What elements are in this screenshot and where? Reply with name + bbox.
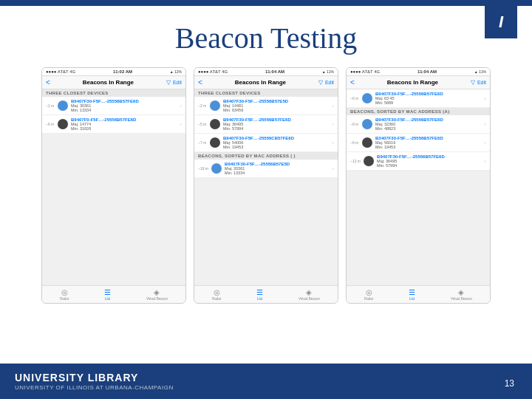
tab-list[interactable]: ☰ List	[409, 288, 415, 301]
tab-label: List	[257, 297, 262, 301]
phones-container: ●●●● AT&T 4G 11:02 AM ▲ 12% < Beacons In…	[0, 67, 532, 304]
university-name: UNIVERSITY LIBRARY	[15, 372, 532, 383]
tab-icon: ☰	[256, 288, 263, 296]
university-subtitle: UNIVERSITY OF ILLINOIS AT URBANA-CHAMPAI…	[15, 384, 532, 391]
tab-icon: ◎	[214, 288, 220, 296]
device-row[interactable]: ~8 m B9407F30-F5F…-25556B57FE6D Maj: 323…	[347, 115, 490, 134]
tab-virtual-beacon[interactable]: ◈ Virtual Beacon	[451, 288, 472, 301]
filter-icon[interactable]: ▽	[471, 79, 475, 86]
back-button[interactable]: <	[198, 78, 202, 86]
device-info: B9407F30-F5F…-25556B57FE6D Maj: 36495Min…	[377, 154, 481, 168]
section-header-1: BEACONS, SORTED BY MAC ADDRESS ( )	[194, 152, 338, 160]
section-header-1: BEACONS, SORTED BY MAC ADDRESS (A)	[347, 108, 490, 115]
device-row[interactable]: ~1 m B9407F30-F5F…-25556B57FE6D Maj: 303…	[42, 97, 185, 115]
back-button[interactable]: <	[350, 78, 355, 86]
filter-icon[interactable]: ▽	[166, 79, 171, 86]
device-icon	[210, 137, 220, 148]
battery-indicator: ▲ 11%	[322, 69, 334, 74]
device-info: B9407F30-F5F…-25556B57E5D Maj: 14481Min:…	[223, 99, 329, 112]
chevron-right-icon: ›	[484, 95, 486, 102]
tab-radar[interactable]: ◎ Radar	[60, 288, 69, 301]
device-distance: ~5 m	[198, 122, 207, 126]
device-icon	[362, 119, 372, 129]
device-details: Maj: 14774Min: 31826	[71, 122, 177, 131]
device-details: Maj: 14481Min: 63459	[223, 103, 329, 112]
device-distance: ~6 m	[350, 140, 359, 145]
device-distance: ~8 m	[350, 122, 359, 126]
device-info: B9407F30-F5F…-25556B57E5D Maj: 20361Min:…	[225, 162, 329, 175]
device-row[interactable]: ~6 m B3407F30-F5F…-25556B57FE6D Maj: 560…	[347, 134, 490, 152]
phone-tab-bar: ◎ Radar ☰ List ◈ Virtual Beacon	[42, 285, 185, 303]
device-row[interactable]: ~19 m B9407F30-F5F…-25556B57E5D Maj: 203…	[194, 160, 338, 178]
device-icon	[58, 119, 68, 129]
device-info: B9407F30-F5F…-25556B57FE6D Maj: 32360Min…	[375, 117, 481, 131]
phone-tab-bar: ◎ Radar ☰ List ◈ Virtual Beacon	[194, 285, 338, 303]
tab-radar[interactable]: ◎ Radar	[212, 288, 221, 301]
device-row[interactable]: ~5 m B9407F30-F5F…-25556B57FE6D Maj: 364…	[194, 115, 338, 134]
device-details: Maj: 54006Min: 19453	[223, 140, 329, 149]
device-details: Maj: 30361Min: 13334	[71, 103, 177, 112]
back-button[interactable]: <	[46, 78, 50, 86]
time-display: 11:02 AM	[113, 69, 132, 74]
tab-label: List	[105, 297, 110, 301]
device-distance: ~7 m	[198, 140, 207, 145]
edit-button[interactable]: Edit	[325, 80, 334, 85]
phone-nav-bar: < Beacons In Range ▽ Edit	[347, 76, 490, 89]
tab-label: Radar	[212, 297, 221, 301]
device-info: B9407F30-F5F…-25556B57FE6D Maj: 30361Min…	[71, 99, 177, 112]
spacer	[42, 134, 185, 285]
tab-list[interactable]: ☰ List	[104, 288, 111, 301]
nav-actions: ▽ Edit	[318, 79, 334, 86]
header-bar	[0, 0, 532, 6]
device-distance: ~6 m	[46, 122, 55, 126]
tab-virtual-beacon[interactable]: ◈ Virtual Beacon	[146, 288, 168, 301]
tab-virtual-beacon[interactable]: ◈ Virtual Beacon	[299, 288, 320, 301]
filter-icon[interactable]: ▽	[318, 79, 323, 86]
edit-button[interactable]: Edit	[477, 80, 486, 85]
tab-label: Virtual Beacon	[146, 297, 168, 301]
battery-indicator: ▲ 12%	[170, 69, 182, 74]
phone-tab-bar: ◎ Radar ☰ List ◈ Virtual Beacon	[347, 285, 490, 303]
time-display: 11:04 AM	[417, 69, 437, 74]
chevron-right-icon: ›	[332, 103, 334, 109]
device-info: B9407F30-F5F…-25559CB57FE6D Maj: 54006Mi…	[223, 136, 329, 149]
tab-icon: ◈	[306, 288, 312, 296]
nav-title: Beacons In Range	[235, 79, 286, 86]
device-icon	[364, 156, 374, 166]
nav-title: Beacons In Range	[83, 79, 134, 86]
spacer	[194, 178, 338, 285]
device-row[interactable]: ~7 m B9407F30-F5F…-25559CB57FE6D Maj: 54…	[194, 134, 338, 152]
device-row[interactable]: ~6 m B9407F30-F5F…-25556B57FE6D Maj: 63 …	[347, 89, 490, 108]
page-number: 13	[505, 378, 514, 389]
battery-indicator: ▲ 11%	[474, 69, 486, 74]
section-header-0: THREE CLOSEST DEVICES	[42, 89, 185, 97]
device-row[interactable]: ~2 m B9407F30-F5F…-25556B57E5D Maj: 1448…	[194, 97, 338, 115]
device-distance: ~2 m	[198, 103, 207, 108]
tab-list[interactable]: ☰ List	[256, 288, 263, 301]
device-icon	[362, 93, 372, 103]
phone-status-bar: ●●●● AT&T 4G 11:02 AM ▲ 12%	[42, 68, 185, 76]
phone-2: ●●●● AT&T 4G 11:04 AM ▲ 11% < Beacons In…	[194, 67, 338, 304]
phone-3: ●●●● AT&T 4G 11:04 AM ▲ 11% < Beacons In…	[346, 67, 491, 304]
tab-icon: ◎	[366, 288, 372, 296]
tab-label: Virtual Beacon	[451, 297, 472, 301]
section-header-0: THREE CLOSEST DEVICES	[194, 89, 338, 97]
phone-nav-bar: < Beacons In Range ▽ Edit	[194, 76, 338, 89]
phone-1: ●●●● AT&T 4G 11:02 AM ▲ 12% < Beacons In…	[41, 67, 186, 304]
device-distance: ~12 m	[350, 159, 361, 163]
phone-nav-bar: < Beacons In Range ▽ Edit	[42, 76, 185, 89]
chevron-right-icon: ›	[332, 166, 334, 172]
device-distance: ~1 m	[46, 103, 55, 108]
device-row[interactable]: ~12 m B9407F30-F5F…-25556B57FE6D Maj: 36…	[347, 152, 490, 171]
tab-radar[interactable]: ◎ Radar	[364, 288, 373, 301]
tab-label: Radar	[60, 297, 69, 301]
phone-status-bar: ●●●● AT&T 4G 11:04 AM ▲ 11%	[347, 68, 490, 76]
tab-icon: ◈	[458, 288, 464, 296]
device-info: B9407F0-F5F…-25556B57FE6D Maj: 14774Min:…	[71, 117, 177, 131]
device-row[interactable]: ~6 m B9407F0-F5F…-25556B57FE6D Maj: 1477…	[42, 115, 185, 134]
device-icon	[58, 100, 68, 111]
carrier-signal: ●●●● AT&T 4G	[350, 69, 380, 74]
edit-button[interactable]: Edit	[173, 80, 182, 85]
chevron-right-icon: ›	[180, 121, 182, 128]
tab-icon: ☰	[104, 288, 111, 296]
